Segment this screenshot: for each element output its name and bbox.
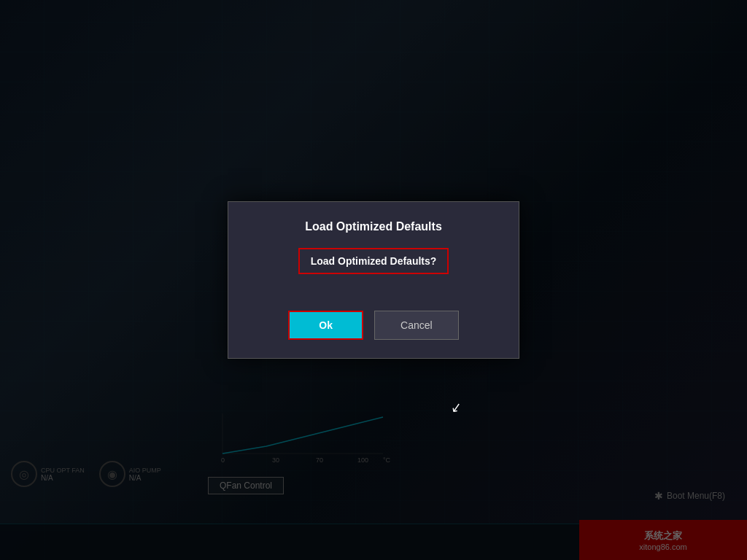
modal-title: Load Optimized Defaults <box>250 220 497 233</box>
modal-cancel-button[interactable]: Cancel <box>374 311 459 340</box>
modal-ok-button[interactable]: Ok <box>288 311 363 340</box>
modal-overlay: Load Optimized Defaults Load Optimized D… <box>0 0 747 560</box>
modal-box: Load Optimized Defaults Load Optimized D… <box>228 201 519 359</box>
bios-window: /ISUS UEFI BIOS Utility – EZ Mode 09/08/… <box>0 0 747 560</box>
modal-question-container: Load Optimized Defaults? <box>250 248 497 296</box>
modal-buttons: Ok Cancel <box>250 311 497 340</box>
modal-question: Load Optimized Defaults? <box>298 248 449 274</box>
